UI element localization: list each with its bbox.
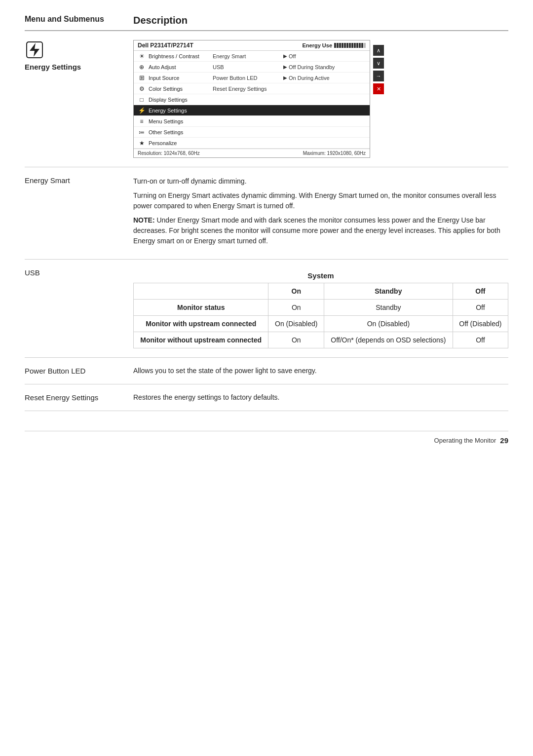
- osd-screen: Dell P2314T/P2714T Energy Use ☀ Brightne…: [133, 40, 370, 158]
- col-header-standby: Standby: [324, 283, 453, 300]
- energy-use-area: Energy Use: [302, 42, 366, 48]
- input-source-icon: ⊞: [137, 74, 147, 81]
- osd-other-settings-label: Other Settings: [149, 129, 213, 135]
- color-settings-icon: ⚙: [137, 85, 147, 92]
- energy-use-label: Energy Use: [302, 42, 332, 48]
- power-button-led-row: Power Button LED Allows you to set the s…: [25, 358, 508, 384]
- energy-smart-note: NOTE: Under Energy Smart mode and with d…: [133, 215, 508, 246]
- page-header: Menu and Submenus Description: [25, 15, 508, 31]
- reset-energy-settings-row: Reset Energy Settings Restores the energ…: [25, 384, 508, 411]
- nav-up-button[interactable]: ∧: [373, 45, 384, 56]
- nav-close-button[interactable]: ✕: [373, 83, 384, 94]
- osd-auto-adjust-value: Off During Standby: [289, 64, 367, 70]
- osd-menu-settings-label: Menu Settings: [149, 118, 213, 124]
- power-button-led-label: Power Button LED: [25, 367, 85, 375]
- energy-smart-para1: Turn-on or turn-off dynamic dimming.: [133, 176, 508, 187]
- osd-row-menu-settings: ≡ Menu Settings: [134, 116, 370, 127]
- table-row-monitor-status: Monitor status On Standby Off: [134, 300, 508, 316]
- reset-energy-desc-cell: Restores the energy settings to factory …: [133, 393, 508, 401]
- table-row-monitor-with-upstream: Monitor with upstream connected On (Disa…: [134, 316, 508, 332]
- col-header-on: On: [268, 283, 324, 300]
- osd-input-source-label: Input Source: [149, 75, 213, 81]
- energy-settings-menu-cell: Energy Settings: [25, 40, 133, 71]
- energy-smart-label: Energy Smart: [25, 176, 70, 185]
- osd-auto-adjust-submenu: USB: [213, 64, 282, 70]
- monitor-with-upstream-off: Off (Disabled): [453, 316, 508, 332]
- monitor-status-standby: Standby: [324, 300, 453, 316]
- energy-smart-note-text: Under Energy Smart mode and with dark sc…: [133, 216, 500, 245]
- monitor-status-off: Off: [453, 300, 508, 316]
- nav-down-button[interactable]: ∨: [373, 58, 384, 69]
- monitor-status-label: Monitor status: [134, 300, 268, 316]
- auto-adjust-icon: ⊕: [137, 64, 147, 71]
- energy-settings-label: Energy Settings: [25, 63, 81, 71]
- osd-brightness-submenu: Energy Smart: [213, 53, 282, 59]
- monitor-with-upstream-standby: On (Disabled): [324, 316, 453, 332]
- reset-energy-desc: Restores the energy settings to factory …: [133, 393, 508, 401]
- energy-settings-osd-icon: ⚡: [137, 107, 147, 114]
- osd-row-display-settings: □ Display Settings: [134, 94, 370, 105]
- energy-bar: [334, 43, 366, 48]
- header-col-desc: Description: [133, 15, 508, 26]
- monitor-with-upstream-label: Monitor with upstream connected: [134, 316, 268, 332]
- osd-row-personalize: ★ Personalize: [134, 138, 370, 149]
- osd-auto-adjust-arrow: ▶: [282, 64, 289, 70]
- osd-resolution-right: Maximum: 1920x1080, 60Hz: [303, 151, 366, 156]
- header-col-menu: Menu and Submenus: [25, 15, 133, 26]
- monitor-without-upstream-label: Monitor without upstream connected: [134, 332, 268, 348]
- brightness-icon: ☀: [137, 53, 147, 60]
- header-desc-label: Description: [133, 15, 188, 26]
- nav-right-button[interactable]: →: [373, 71, 384, 81]
- osd-energy-settings-label: Energy Settings: [149, 108, 213, 113]
- osd-display-settings-label: Display Settings: [149, 97, 213, 103]
- osd-brightness-value: Off: [289, 53, 367, 59]
- usb-menu-cell: USB: [25, 268, 133, 277]
- monitor-without-upstream-on: On: [268, 332, 324, 348]
- energy-settings-icon: [25, 40, 44, 60]
- osd-title-bar: Dell P2314T/P2714T Energy Use: [134, 40, 370, 51]
- osd-row-input-source: ⊞ Input Source Power Button LED ▶ On Dur…: [134, 73, 370, 83]
- osd-brightness-arrow: ▶: [282, 53, 289, 59]
- energy-smart-menu-cell: Energy Smart: [25, 176, 133, 185]
- other-settings-icon: ≔: [137, 129, 147, 136]
- system-title-row: System: [134, 268, 508, 283]
- menu-settings-icon: ≡: [137, 118, 147, 125]
- svg-marker-1: [30, 43, 39, 57]
- osd-row-other-settings: ≔ Other Settings: [134, 127, 370, 138]
- system-col-header-row: On Standby Off: [134, 283, 508, 300]
- osd-auto-adjust-label: Auto Adjust: [149, 64, 213, 70]
- note-label: NOTE:: [133, 216, 155, 224]
- osd-color-settings-label: Color Settings: [149, 86, 213, 92]
- page-footer: Operating the Monitor 29: [25, 431, 508, 445]
- reset-energy-label: Reset Energy Settings: [25, 393, 98, 402]
- osd-row-brightness: ☀ Brightness / Contrast Energy Smart ▶ O…: [134, 51, 370, 62]
- osd-resolution-left: Resolution: 1024x768, 60Hz: [138, 151, 200, 156]
- usb-label: USB: [25, 268, 40, 277]
- usb-system-table: System On Standby Off Monitor status On …: [133, 268, 508, 348]
- usb-desc-cell: System On Standby Off Monitor status On …: [133, 268, 508, 348]
- energy-smart-row: Energy Smart Turn-on or turn-off dynamic…: [25, 167, 508, 260]
- osd-brightness-label: Brightness / Contrast: [149, 53, 213, 59]
- col-header-off: Off: [453, 283, 508, 300]
- energy-smart-para2: Turning on Energy Smart activates dynami…: [133, 190, 508, 211]
- power-button-led-desc-cell: Allows you to set the state of the power…: [133, 367, 508, 375]
- power-button-led-desc: Allows you to set the state of the power…: [133, 367, 508, 375]
- col-header-empty: [134, 283, 268, 300]
- osd-nav-buttons: ∧ ∨ → ✕: [373, 45, 384, 94]
- osd-color-settings-submenu: Reset Energy Settings: [213, 86, 282, 92]
- footer-text: Operating the Monitor: [434, 437, 496, 444]
- osd-row-color-settings: ⚙ Color Settings Reset Energy Settings: [134, 83, 370, 94]
- monitor-status-on: On: [268, 300, 324, 316]
- display-settings-icon: □: [137, 96, 147, 103]
- osd-personalize-label: Personalize: [149, 140, 213, 146]
- osd-container: Dell P2314T/P2714T Energy Use ☀ Brightne…: [133, 40, 370, 158]
- osd-title: Dell P2314T/P2714T: [138, 42, 193, 49]
- page-number: 29: [500, 436, 508, 445]
- usb-row: USB System On Standby Off Monitor status…: [25, 260, 508, 358]
- power-button-led-menu-cell: Power Button LED: [25, 367, 133, 375]
- monitor-without-upstream-standby: Off/On* (depends on OSD selections): [324, 332, 453, 348]
- energy-settings-desc-cell: Dell P2314T/P2714T Energy Use ☀ Brightne…: [133, 40, 508, 158]
- osd-input-source-arrow: ▶: [282, 75, 289, 80]
- header-menu-label: Menu and Submenus: [25, 15, 104, 23]
- osd-resolution-bar: Resolution: 1024x768, 60Hz Maximum: 1920…: [134, 149, 370, 157]
